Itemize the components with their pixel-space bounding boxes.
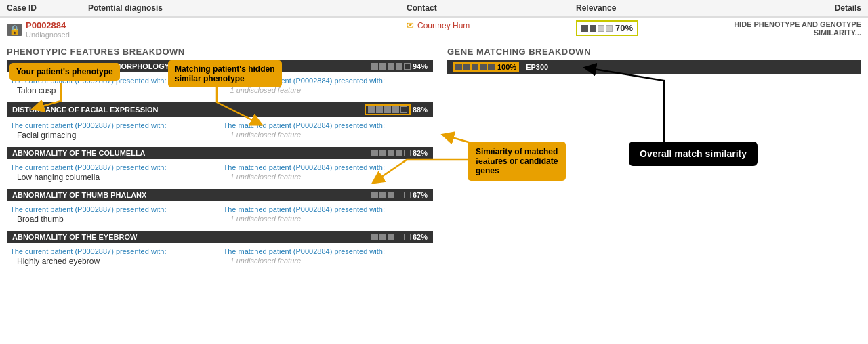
feature-row: ABNORMALITY OF INCISOR MORPHOLOGY 94% Th… [7,60,433,100]
matched-patient-label: The matched patient (P0002884) presented… [224,77,430,85]
relevance-box: 70% [576,20,638,36]
feature-content: The current patient (P0002887) presented… [7,117,433,144]
feature-row: ABNORMALITY OF THE COLUMELLA 82% The cur… [7,147,433,186]
matched-patient-col: The matched patient (P0002884) presented… [220,162,434,184]
feature-row: ABNORMALITY OF THE EYEBROW 62% The curre… [7,231,433,270]
gene-header: 100% EP300 [447,60,861,74]
current-patient-label: The current patient (P0002887) presented… [10,247,217,255]
relevance-cell: 70% [576,20,698,36]
feature-name: DISTURBANCE OF FACIAL EXPRESSION [12,106,159,114]
case-contact-cell: ✉ Courtney Hum [407,20,556,30]
current-patient-label: The current patient (P0002887) presented… [10,205,217,213]
header-case-id: Case ID [7,3,88,13]
feature-row: ABNORMALITY OF THUMB PHALANX 67% The cur… [7,189,433,228]
feature-rows-container: ABNORMALITY OF INCISOR MORPHOLOGY 94% Th… [7,60,433,270]
matched-patient-feature: 1 undisclosed feature [224,257,430,265]
feature-name: ABNORMALITY OF THE EYEBROW [12,233,137,241]
relevance-bar-2 [590,25,596,32]
feature-name: ABNORMALITY OF THUMB PHALANX [12,191,146,199]
matched-patient-feature: 1 undisclosed feature [224,86,430,94]
header-details: Details [698,3,861,13]
current-patient-label: The current patient (P0002887) presented… [10,77,217,85]
phenotype-section: PHENOTYPIC FEATURES BREAKDOWN ABNORMALIT… [7,41,440,273]
feature-score: 67% [371,191,428,199]
case-id: P0002884 [26,20,70,30]
current-patient-feature: Highly arched eyebrow [10,257,217,266]
feature-score: 62% [371,233,428,241]
feature-content: The current patient (P0002887) presented… [7,243,433,270]
feature-header: ABNORMALITY OF INCISOR MORPHOLOGY 94% [7,60,433,72]
current-patient-feature: Low hanging columella [10,173,217,182]
feature-header: ABNORMALITY OF THE COLUMELLA 82% [7,147,433,159]
current-patient-label: The current patient (P0002887) presented… [10,163,217,171]
matched-patient-col: The matched patient (P0002884) presented… [220,246,434,267]
feature-content: The current patient (P0002887) presented… [7,159,433,186]
current-patient-col: The current patient (P0002887) presented… [7,246,220,267]
header-relevance: Relevance [576,3,698,13]
current-patient-feature: Facial grimacing [10,131,217,140]
feature-header: ABNORMALITY OF THUMB PHALANX 67% [7,189,433,201]
main-content: PHENOTYPIC FEATURES BREAKDOWN ABNORMALIT… [0,41,868,273]
relevance-percent: 70% [615,23,633,33]
matched-patient-label: The matched patient (P0002884) presented… [224,205,430,213]
feature-row: DISTURBANCE OF FACIAL EXPRESSION 88% The… [7,102,433,144]
current-patient-col: The current patient (P0002887) presented… [7,204,220,225]
matched-patient-feature: 1 undisclosed feature [224,173,430,181]
gene-section: GENE MATCHING BREAKDOWN 100% EP300 [440,41,861,273]
case-details-cell[interactable]: HIDE PHENOTYPE AND GENOTYPE SIMILARITY..… [698,20,861,37]
gene-name: EP300 [526,63,548,71]
current-patient-label: The current patient (P0002887) presented… [10,121,217,129]
breakdown-container: PHENOTYPIC FEATURES BREAKDOWN ABNORMALIT… [0,41,868,273]
case-status: Undiagnosed [26,30,70,39]
feature-name: ABNORMALITY OF INCISOR MORPHOLOGY [12,62,169,70]
matched-patient-label: The matched patient (P0002884) presented… [224,163,430,171]
relevance-bars: 70% [581,23,633,33]
feature-name: ABNORMALITY OF THE COLUMELLA [12,149,146,157]
case-row: 🔒 P0002884 Undiagnosed ✉ Courtney Hum 70… [0,18,868,41]
feature-score: 88% [365,104,428,115]
header-contact: Contact [407,3,556,13]
table-header: Case ID Potential diagnosis Contact Rele… [0,0,868,18]
matched-patient-col: The matched patient (P0002884) presented… [220,204,434,225]
matched-patient-col: The matched patient (P0002884) presented… [220,120,434,142]
header-potential-diagnosis: Potential diagnosis [88,3,237,13]
relevance-bar-3 [598,25,604,32]
hide-similarity-label[interactable]: HIDE PHENOTYPE AND GENOTYPE SIMILARITY..… [734,20,861,37]
current-patient-feature: Broad thumb [10,215,217,224]
current-patient-feature: Talon cusp [10,86,217,95]
phenotype-section-title: PHENOTYPIC FEATURES BREAKDOWN [7,41,433,60]
current-patient-col: The current patient (P0002887) presented… [7,162,220,184]
case-id-cell: 🔒 P0002884 Undiagnosed [7,20,88,39]
feature-content: The current patient (P0002887) presented… [7,201,433,228]
feature-header: DISTURBANCE OF FACIAL EXPRESSION 88% [7,102,433,117]
feature-content: The current patient (P0002887) presented… [7,72,433,100]
matched-patient-col: The matched patient (P0002884) presented… [220,75,434,97]
current-patient-col: The current patient (P0002887) presented… [7,120,220,142]
email-icon: ✉ [407,20,414,30]
gene-rows-container: 100% EP300 [447,60,861,74]
lock-icon: 🔒 [7,24,22,36]
relevance-bar-1 [581,25,588,32]
matched-patient-label: The matched patient (P0002884) presented… [224,247,430,255]
matched-patient-label: The matched patient (P0002884) presented… [224,121,430,129]
matched-patient-feature: 1 undisclosed feature [224,131,430,139]
relevance-bar-4 [606,25,613,32]
feature-score: 82% [371,149,428,157]
contact-name[interactable]: Courtney Hum [417,21,470,30]
gene-row: 100% EP300 [447,60,861,74]
feature-header: ABNORMALITY OF THE EYEBROW 62% [7,231,433,243]
matched-patient-feature: 1 undisclosed feature [224,215,430,223]
current-patient-col: The current patient (P0002887) presented… [7,75,220,97]
gene-section-title: GENE MATCHING BREAKDOWN [447,41,861,60]
feature-score: 94% [371,62,428,70]
